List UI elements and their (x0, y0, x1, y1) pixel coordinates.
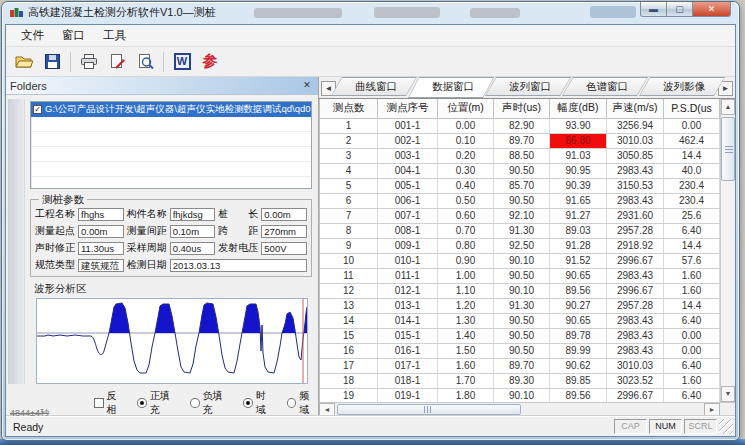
table-cell: 14.4 (664, 148, 720, 163)
horizontal-scroll-thumb[interactable] (337, 404, 521, 415)
open-file-button[interactable] (10, 50, 38, 74)
table-row[interactable]: 8008-10.7091.3089.032957.286.40 (320, 223, 720, 238)
vertical-scroll-thumb[interactable] (721, 117, 735, 181)
invert-control[interactable]: 反相 (94, 389, 125, 416)
table-cell: 14.4 (664, 298, 720, 313)
freq-domain-radio[interactable] (287, 398, 297, 408)
table-row[interactable]: 19019-11.8090.1089.562996.676.40 (320, 388, 720, 402)
menu-item-window[interactable]: 窗口 (53, 26, 94, 45)
sample-period-label: 采样周期 (127, 241, 167, 255)
print-setup-button[interactable] (103, 50, 131, 74)
tab-data-window[interactable]: 数据窗口 (408, 77, 494, 98)
table-cell: 91.27 (550, 208, 607, 223)
project-name-input[interactable]: fhghs (78, 208, 124, 221)
app-icon (10, 7, 23, 19)
tab-wavetrain-window[interactable]: 波列窗口 (485, 77, 571, 96)
fill-negative-control[interactable]: 负填充 (190, 389, 231, 416)
print-button[interactable] (75, 50, 103, 74)
invert-checkbox[interactable] (94, 398, 104, 408)
menu-item-file[interactable]: 文件 (12, 26, 53, 45)
table-row[interactable]: 1001-10.0082.9093.903256.940.00 (320, 118, 720, 133)
standard-type-input[interactable]: 建筑规范 (78, 259, 124, 272)
waveform-trace (37, 303, 307, 373)
table-row[interactable]: 3003-10.2088.5091.033050.8514.4 (320, 148, 720, 163)
table-cell: 1.60 (664, 283, 720, 298)
horizontal-scrollbar[interactable]: ◄ ► (319, 402, 735, 416)
measure-start-input[interactable]: 0.00m (78, 225, 124, 238)
table-row[interactable]: 18018-11.7089.3089.853023.521.60 (320, 373, 720, 388)
pile-length-input[interactable]: 0.00m (261, 208, 307, 221)
table-cell: 018-1 (378, 373, 438, 388)
menu-item-tools[interactable]: 工具 (94, 26, 135, 45)
resize-grip[interactable] (719, 419, 733, 434)
scroll-right-arrow[interactable]: ► (704, 403, 720, 416)
folder-checkbox[interactable]: ✓ (33, 105, 42, 114)
tab-spectrum-window[interactable]: 色谱窗口 (562, 77, 648, 96)
fill-negative-radio[interactable] (190, 398, 200, 408)
minimize-button[interactable]: ▬ (640, 2, 667, 17)
measure-interval-input[interactable]: 0.10m (170, 225, 216, 238)
waveform-plot[interactable] (36, 298, 308, 384)
table-row[interactable]: 17017-11.6089.7090.623010.036.40 (320, 358, 720, 373)
table-header-cell[interactable]: 幅度(dB) (550, 99, 607, 118)
close-button[interactable]: ✕ (693, 2, 731, 17)
table-header-cell[interactable]: 声速(m/s) (607, 99, 664, 118)
tab-curve-window[interactable]: 曲线窗口 (331, 77, 417, 96)
pile-length-label: 桩 长 (218, 207, 258, 221)
table-header-cell[interactable]: P.S.D(us (664, 99, 720, 118)
table-row[interactable]: 4004-10.3090.5090.952983.4340.0 (320, 163, 720, 178)
fill-positive-radio[interactable] (137, 398, 147, 408)
export-word-button[interactable]: W (168, 50, 196, 74)
table-row[interactable]: 9009-10.8092.5091.282918.9214.4 (320, 238, 720, 253)
save-button[interactable] (38, 50, 66, 74)
maximize-button[interactable]: ▢ (667, 2, 693, 17)
tab-wavetrain-image[interactable]: 波列影像 (639, 77, 725, 96)
table-header-cell[interactable]: 测点序号 (378, 99, 438, 118)
sample-period-input[interactable]: 0.40us (170, 242, 216, 255)
measure-interval-label: 测量间距 (127, 224, 167, 238)
table-row[interactable]: 10010-10.9090.1091.522996.6757.6 (320, 253, 720, 268)
table-row[interactable]: 15015-11.4090.5089.782983.430.00 (320, 328, 720, 343)
freq-domain-control[interactable]: 频域 (287, 389, 318, 416)
table-row[interactable]: 2002-10.1089.7086.803010.03462.4 (320, 133, 720, 148)
time-domain-radio[interactable] (243, 398, 253, 408)
table-header-cell[interactable]: 测点数 (320, 99, 378, 118)
time-correction-input[interactable]: 11.30us (78, 242, 124, 255)
parameters-button[interactable]: 参 (196, 50, 224, 74)
table-header-cell[interactable]: 声时(us) (494, 99, 550, 118)
table-row[interactable]: 6006-10.5090.5091.652983.43230.4 (320, 193, 720, 208)
vertical-scrollbar[interactable]: ▲ ▼ (720, 99, 735, 402)
table-cell: 1.00 (438, 268, 494, 283)
test-date-input[interactable]: 2013.03.13 (170, 259, 307, 272)
scroll-left-arrow[interactable]: ◄ (319, 403, 335, 416)
table-row[interactable]: 16016-11.5090.5089.992983.430.00 (320, 343, 720, 358)
folder-list-item[interactable]: ✓ G:\公司产品设计开发\超声仪器\超声仪实地检测数据调试qd\qd03\qd… (31, 102, 311, 117)
panel-close-icon[interactable]: ✕ (300, 79, 314, 92)
table-row[interactable]: 13013-11.2091.3090.272957.2814.4 (320, 298, 720, 313)
table-row[interactable]: 12012-11.1090.1089.562996.671.60 (320, 283, 720, 298)
component-name-input[interactable]: fhjkdsg (170, 208, 216, 221)
table-row[interactable]: 11011-11.0090.5090.652983.431.60 (320, 268, 720, 283)
scroll-up-arrow[interactable]: ▲ (721, 99, 735, 115)
time-domain-control[interactable]: 时域 (243, 389, 274, 416)
table-cell: 13 (320, 298, 378, 313)
table-row[interactable]: 14014-11.3090.5090.652983.436.40 (320, 313, 720, 328)
print-preview-button[interactable] (131, 50, 159, 74)
voltage-input[interactable]: 500V (261, 242, 307, 255)
save-floppy-icon (44, 53, 61, 70)
table-header-cell[interactable]: 位置(m) (438, 99, 494, 118)
span-input[interactable]: 270mm (261, 225, 307, 238)
voltage-label: 发射电压 (218, 241, 258, 255)
app-window: 高铁建混凝土检测分析软件V1.0—测桩 ▬ ▢ ✕ 文件 窗口 工具 (2, 2, 739, 440)
title-bar[interactable]: 高铁建混凝土检测分析软件V1.0—测桩 ▬ ▢ ✕ (2, 2, 739, 23)
folder-list[interactable]: ✓ G:\公司产品设计开发\超声仪器\超声仪实地检测数据调试qd\qd03\qd… (30, 101, 312, 189)
table-cell: 0.80 (438, 238, 494, 253)
scroll-track[interactable] (523, 403, 705, 416)
table-cell: 86.80 (550, 133, 607, 148)
table-cell: 0.50 (438, 193, 494, 208)
table-row[interactable]: 7007-10.6092.1091.272931.6025.6 (320, 208, 720, 223)
folders-panel: Folders ✕ ✓ G:\公司产品设计开发\超声仪器\超声仪实地检测数据调试… (6, 77, 319, 416)
fill-positive-control[interactable]: 正填充 (137, 389, 178, 416)
scroll-down-arrow[interactable]: ▼ (721, 386, 735, 402)
table-row[interactable]: 5005-10.4085.7090.393150.53230.4 (320, 178, 720, 193)
